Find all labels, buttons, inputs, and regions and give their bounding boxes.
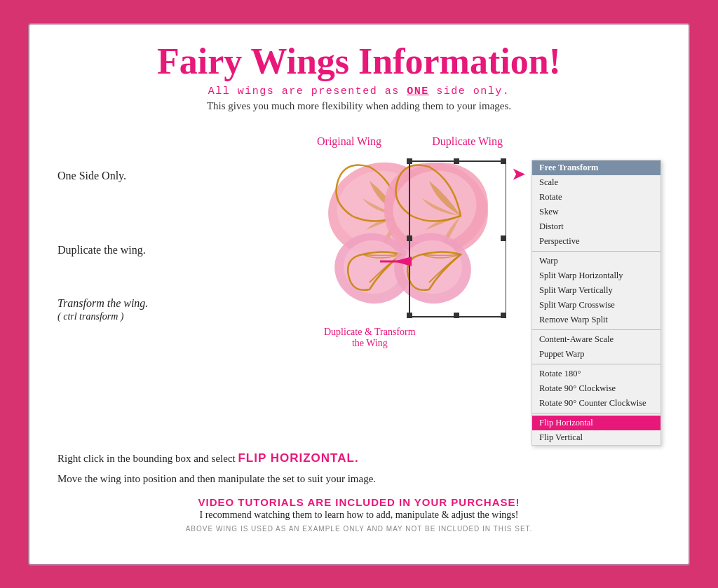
step2-label: Duplicate the wing. xyxy=(57,241,296,259)
video-title: VIDEO TUTORIALS ARE INCLUDED IN YOUR PUR… xyxy=(57,496,661,508)
menu-item[interactable]: Warp xyxy=(532,254,661,268)
svg-rect-17 xyxy=(501,235,506,241)
video-section: VIDEO TUTORIALS ARE INCLUDED IN YOUR PUR… xyxy=(57,496,661,521)
step3-line2: ( ctrl transform ) xyxy=(57,311,124,322)
menu-item[interactable]: Free Transform xyxy=(532,160,661,175)
svg-rect-11 xyxy=(501,158,506,164)
svg-rect-15 xyxy=(454,313,459,318)
inner-card: Fairy Wings Information! All wings are p… xyxy=(28,23,690,566)
arrow-to-menu: ➤ xyxy=(512,165,524,184)
flip-text: Right click in the bounding box and sele… xyxy=(57,451,661,465)
subtitle: All wings are presented as ONE side only… xyxy=(57,86,661,97)
svg-rect-10 xyxy=(407,158,412,164)
move-text: Move the wing into position and then man… xyxy=(57,471,661,487)
svg-rect-16 xyxy=(407,235,412,241)
menu-item[interactable]: Content-Aware Scale xyxy=(532,332,661,347)
menu-item[interactable]: Remove Warp Split xyxy=(532,313,661,327)
menu-item[interactable]: Rotate xyxy=(532,190,661,205)
step3-label: Transform the wing. ( ctrl transform ) xyxy=(57,294,296,325)
menu-item[interactable]: Scale xyxy=(532,175,661,190)
menu-item[interactable]: Split Warp Horizontally xyxy=(532,268,661,283)
context-menu: Free TransformScaleRotateSkewDistortPers… xyxy=(531,160,661,446)
video-sub: I recommend watching them to learn how t… xyxy=(57,510,661,521)
step3-line1: Transform the wing. xyxy=(57,297,148,309)
disclaimer: ABOVE WING IS USED AS AN EXAMPLE ONLY AN… xyxy=(57,525,661,533)
svg-rect-13 xyxy=(501,313,506,318)
svg-rect-12 xyxy=(407,313,412,318)
menu-item[interactable]: Flip Horizontal xyxy=(532,416,661,430)
menu-item[interactable]: Flip Vertical xyxy=(532,430,661,445)
main-content: One Side Only. Duplicate the wing. Trans… xyxy=(57,125,661,446)
step1-label: One Side Only. xyxy=(57,167,296,185)
wing-svg xyxy=(303,146,506,328)
menu-item[interactable]: Distort xyxy=(532,219,661,234)
menu-divider xyxy=(532,413,661,413)
description: This gives you much more flexibility whe… xyxy=(57,100,661,112)
menu-divider xyxy=(532,329,661,330)
dup-label: Duplicate & Transform the Wing xyxy=(324,327,416,349)
menu-item[interactable]: Puppet Warp xyxy=(532,347,661,362)
center-column: Original Wing Duplicate Wing xyxy=(296,125,520,446)
bottom-text-area: Right click in the bounding box and sele… xyxy=(57,451,661,487)
wing-illustration: Original Wing Duplicate Wing xyxy=(303,132,513,342)
menu-item[interactable]: Split Warp Vertically xyxy=(532,283,661,298)
left-column: One Side Only. Duplicate the wing. Trans… xyxy=(57,125,296,446)
right-column: ➤ Free TransformScaleRotateSkewDistortPe… xyxy=(520,125,661,446)
menu-divider xyxy=(532,364,661,364)
menu-item[interactable]: Rotate 90° Counter Clockwise xyxy=(532,396,661,411)
menu-item[interactable]: Rotate 90° Clockwise xyxy=(532,381,661,396)
page-title: Fairy Wings Information! xyxy=(57,41,661,81)
svg-rect-14 xyxy=(454,158,459,164)
outer-border: Fairy Wings Information! All wings are p… xyxy=(22,18,696,571)
menu-item[interactable]: Skew xyxy=(532,205,661,219)
menu-item[interactable]: Rotate 180° xyxy=(532,367,661,381)
menu-item[interactable]: Split Warp Crosswise xyxy=(532,298,661,313)
menu-divider xyxy=(532,251,661,252)
menu-item[interactable]: Perspective xyxy=(532,234,661,249)
